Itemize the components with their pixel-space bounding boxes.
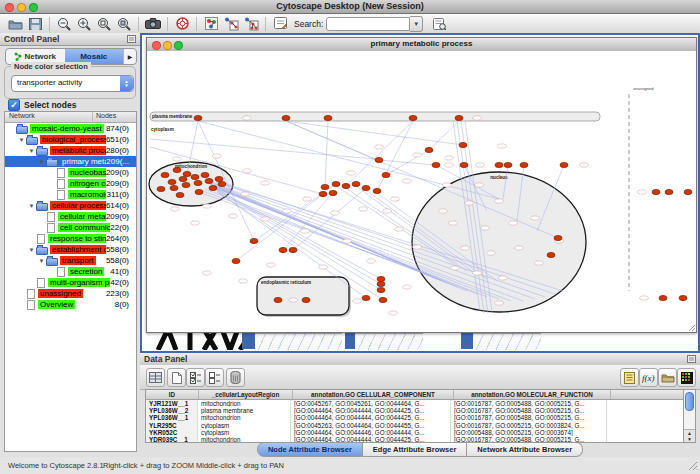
import-attributes-icon[interactable] [620,368,639,387]
graph-node[interactable] [324,115,332,120]
table-cell[interactable]: YLR295C [146,422,198,429]
graph-node[interactable] [173,167,181,172]
table-header-cell[interactable]: _cellularLayoutRegion [199,390,293,399]
graph-node[interactable] [282,115,290,120]
network-view-title-bar[interactable]: primary metabolic process [147,38,696,52]
graph-node[interactable] [362,295,370,300]
table-header-cell[interactable]: ID [146,390,199,399]
tree-row[interactable]: unassigned223(0) [5,288,136,299]
zoom-in-icon[interactable] [74,15,94,32]
tree-row[interactable]: mosaic-demo-yeast874(0) [5,123,136,134]
graph-edge[interactable] [213,187,381,279]
graph-node[interactable] [279,247,287,252]
disclosure-triangle-icon[interactable]: ▼ [37,159,46,165]
graph-node[interactable] [432,162,440,167]
snapshot-icon[interactable] [143,15,163,32]
tree-item-label[interactable]: mosaic-demo-yeast [30,124,104,133]
table-cell[interactable]: YPL036W__1 [146,414,198,421]
tree-item-label[interactable]: macromolecule [68,190,106,199]
graph-node[interactable] [332,181,340,186]
graph-node[interactable] [321,184,329,189]
select-nodes-checkbox[interactable]: ✓ [8,99,20,111]
graph-node[interactable] [274,297,282,302]
network-canvas[interactable]: plasma membranecytoplasmmitochondrionnuc… [147,51,696,332]
help-icon[interactable] [172,15,192,32]
graph-node[interactable] [520,162,528,167]
table-cell[interactable]: YPL036W__2 [146,407,198,414]
tab-edge-attribute-browser[interactable]: Edge Attribute Browser [363,442,467,457]
graph-node[interactable] [289,247,297,252]
table-cell[interactable]: plasma membrane [198,407,291,414]
graph-node[interactable] [205,178,213,183]
graph-edge[interactable] [214,188,381,284]
table-scrollbar[interactable]: ▲▼ [683,389,696,443]
tree-column-network[interactable]: Network [5,112,93,122]
graph-node[interactable] [329,190,337,195]
graph-node[interactable] [342,183,350,188]
tree-row[interactable]: ▼biological_process651(0) [5,134,136,145]
tree-row[interactable]: ▼primary metabo209(... [5,156,136,167]
graph-node[interactable] [195,189,203,194]
graph-node[interactable] [560,162,568,167]
tree-item-label[interactable]: nucleobase- [68,168,106,177]
table-header-cell[interactable]: annotation.GO MOLECULAR_FUNCTION [454,390,611,399]
tree-item-label[interactable]: nitrogen compo [68,179,106,188]
tree-item-label[interactable]: primary metabo [60,157,106,166]
tree-column-nodes[interactable]: Nodes [93,112,136,122]
tree-item-label[interactable]: establishment of lo [50,245,106,254]
layout-network-icon[interactable] [221,15,241,32]
scrollbar-arrows-icon[interactable]: ▲▼ [684,429,695,442]
tree-row[interactable]: ▼transport558(0) [5,255,136,266]
graph-node[interactable] [373,188,381,193]
graph-node[interactable] [377,276,385,281]
graph-node[interactable] [209,185,217,190]
graph-node[interactable] [194,180,202,185]
graph-node[interactable] [554,235,562,240]
scrollbar-thumb[interactable] [685,392,694,411]
save-icon[interactable] [25,15,45,32]
table-row[interactable]: YKR052Ccytoplasm[GO:0044464, GO:0044446,… [146,429,686,436]
table-row[interactable]: YPL036W__1mitochondrion[GO:0044464, GO:0… [146,414,686,421]
select-attributes-icon[interactable] [146,368,165,387]
table-cell[interactable]: [GO:0016787, GO:0005215, GO:0003824, G..… [451,422,607,429]
graph-node[interactable] [302,297,310,302]
graph-node[interactable] [409,115,417,120]
annotation-icon[interactable] [270,15,290,32]
graph-node[interactable] [218,181,226,186]
disclosure-triangle-icon[interactable]: ▼ [37,258,46,264]
tree-row[interactable]: nitrogen compo209(0) [5,178,136,189]
disclosure-triangle-icon[interactable]: ▼ [17,137,26,143]
zoom-selected-icon[interactable] [114,15,134,32]
tree-item-label[interactable]: metabolic process [50,146,106,155]
graph-node[interactable] [684,189,692,194]
table-cell[interactable]: [GO:0045267, GO:0045261, GO:0044464, G..… [291,400,451,407]
graph-node[interactable] [377,281,385,286]
tree-row[interactable]: ▼metabolic process280(0) [5,145,136,156]
tree-row[interactable]: nucleobase-209(0) [5,167,136,178]
graph-node[interactable] [679,295,687,300]
graph-node[interactable] [455,115,463,120]
table-cell[interactable]: cytoplasm [198,422,291,429]
graph-node[interactable] [157,186,165,191]
graph-node[interactable] [182,182,190,187]
graph-node[interactable] [352,181,360,186]
background-window-fragment[interactable] [242,331,255,349]
background-window-fragment[interactable] [473,333,541,350]
unselect-all-attributes-icon[interactable] [205,368,224,387]
background-window-fragment[interactable] [255,333,342,350]
attribute-table[interactable]: ID_cellularLayoutRegionannotation.GO CEL… [145,389,687,443]
graph-node[interactable] [170,185,178,190]
tree-item-label[interactable]: secretion [68,267,104,276]
table-cell[interactable]: [GO:0016787, GO:0005488, GO:0005215, G..… [451,414,607,421]
graph-node[interactable] [375,157,383,162]
tree-row[interactable]: ▼establishment of lo558(0) [5,244,136,255]
graph-node[interactable] [179,176,187,181]
tree-row[interactable]: secretion41(0) [5,266,136,277]
tree-item-label[interactable]: cell communicat [58,223,110,232]
tree-item-label[interactable]: cellular process [50,201,106,210]
table-row[interactable]: YPL036W__2plasma membrane[GO:0044464, GO… [146,407,686,414]
background-window-fragment[interactable] [461,331,473,349]
graph-node[interactable] [168,179,176,184]
graph-node[interactable] [232,258,240,263]
graph-node[interactable] [191,174,199,179]
